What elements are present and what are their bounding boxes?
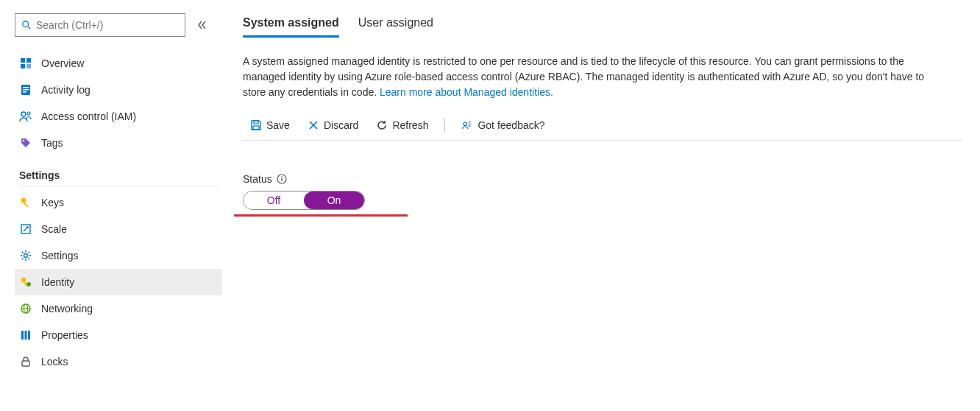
sidebar-item-locks[interactable]: Locks: [15, 348, 222, 375]
svg-rect-4: [21, 64, 25, 68]
tab-system-assigned[interactable]: System assigned: [243, 12, 339, 38]
discard-label: Discard: [324, 119, 358, 131]
divider: [19, 186, 218, 186]
access-control-icon: [19, 110, 32, 123]
refresh-icon: [376, 119, 388, 131]
sidebar-item-properties[interactable]: Properties: [15, 322, 222, 348]
svg-rect-32: [25, 331, 27, 340]
description: A system assigned managed identity is re…: [243, 54, 934, 100]
identity-icon: [19, 275, 32, 289]
svg-rect-5: [26, 64, 31, 68]
description-text: A system assigned managed identity is re…: [243, 55, 924, 98]
svg-line-1: [28, 27, 30, 29]
search-input[interactable]: [36, 19, 179, 31]
sidebar-scroll[interactable]: Overview Activity log Access control (IA…: [15, 50, 225, 411]
nav-label: Networking: [41, 303, 93, 315]
svg-rect-8: [23, 89, 29, 91]
gear-icon: [19, 249, 32, 262]
svg-point-10: [21, 112, 26, 116]
info-icon[interactable]: [277, 174, 287, 184]
status-toggle-on[interactable]: On: [304, 192, 364, 209]
feedback-icon: [461, 119, 473, 131]
search-box[interactable]: [15, 13, 185, 37]
svg-rect-9: [23, 91, 26, 93]
toolbar-divider: [444, 118, 445, 133]
collapse-sidebar-button[interactable]: [193, 16, 210, 34]
svg-rect-3: [26, 58, 31, 63]
keys-icon: [19, 196, 32, 209]
sidebar-item-activity-log[interactable]: Activity log: [15, 77, 222, 103]
nav-label: Properties: [41, 329, 88, 341]
nav-label: Keys: [41, 197, 64, 208]
locks-icon: [19, 355, 32, 368]
discard-button[interactable]: Discard: [300, 116, 366, 134]
annotation-underline: [234, 214, 408, 217]
status-toggle[interactable]: Off On: [243, 191, 365, 210]
tabs: System assigned User assigned: [243, 12, 962, 38]
svg-rect-2: [21, 58, 25, 63]
sidebar-item-tags[interactable]: Tags: [15, 130, 222, 156]
refresh-button[interactable]: Refresh: [369, 116, 436, 134]
sidebar-item-overview[interactable]: Overview: [15, 50, 222, 77]
sidebar-section-settings: Settings: [19, 169, 222, 181]
nav-label: Access control (IAM): [41, 110, 136, 122]
tags-icon: [19, 136, 32, 150]
svg-point-0: [23, 21, 29, 27]
svg-point-12: [23, 140, 25, 142]
nav-label: Identity: [41, 276, 74, 288]
nav-label: Settings: [41, 250, 79, 261]
sidebar-item-scale[interactable]: Scale: [15, 216, 222, 242]
svg-line-21: [22, 252, 23, 253]
svg-point-13: [21, 198, 26, 203]
sidebar-item-access-control[interactable]: Access control (IAM): [15, 103, 222, 130]
save-label: Save: [266, 119, 290, 131]
networking-icon: [19, 302, 32, 315]
feedback-button[interactable]: Got feedback?: [454, 116, 552, 134]
svg-rect-33: [28, 331, 30, 340]
svg-line-23: [22, 259, 23, 259]
sidebar-item-identity[interactable]: Identity: [15, 269, 222, 295]
overview-icon: [19, 57, 32, 70]
svg-rect-14: [23, 202, 28, 207]
search-icon: [21, 20, 32, 30]
svg-rect-34: [22, 361, 29, 366]
svg-rect-42: [281, 178, 282, 181]
svg-point-27: [26, 282, 31, 287]
sidebar-item-keys[interactable]: Keys: [15, 189, 222, 216]
search-row: [15, 13, 225, 37]
status-label: Status: [243, 173, 272, 185]
svg-line-22: [29, 259, 29, 259]
feedback-label: Got feedback?: [477, 119, 544, 131]
save-icon: [250, 119, 262, 131]
refresh-label: Refresh: [392, 119, 428, 131]
svg-point-16: [24, 254, 28, 258]
sidebar-item-settings[interactable]: Settings: [15, 242, 222, 269]
toolbar: Save Discard Refresh Got feedback?: [243, 113, 962, 141]
main-content: System assigned User assigned A system a…: [225, 0, 980, 411]
nav-label: Overview: [41, 57, 84, 69]
sidebar: Overview Activity log Access control (IA…: [0, 0, 225, 411]
svg-rect-7: [23, 87, 29, 88]
sidebar-item-networking[interactable]: Networking: [15, 295, 222, 322]
status-label-row: Status: [243, 173, 962, 185]
save-button[interactable]: Save: [243, 116, 297, 134]
svg-point-11: [27, 112, 30, 115]
svg-point-39: [464, 122, 467, 125]
learn-more-link[interactable]: Learn more about Managed identities.: [380, 86, 553, 98]
svg-point-25: [21, 278, 26, 282]
status-toggle-off[interactable]: Off: [244, 192, 304, 209]
status-block: Status Off On: [243, 173, 962, 217]
svg-rect-31: [21, 331, 24, 340]
nav-label: Activity log: [41, 84, 90, 96]
svg-line-24: [29, 252, 29, 253]
tab-user-assigned[interactable]: User assigned: [358, 12, 433, 38]
nav-label: Tags: [41, 137, 63, 149]
svg-rect-36: [253, 126, 259, 130]
scale-icon: [19, 222, 32, 236]
discard-icon: [308, 119, 319, 131]
activity-log-icon: [19, 83, 32, 96]
nav-label: Scale: [41, 223, 67, 235]
svg-point-41: [281, 176, 283, 178]
properties-icon: [19, 329, 32, 342]
nav-label: Locks: [41, 356, 68, 368]
